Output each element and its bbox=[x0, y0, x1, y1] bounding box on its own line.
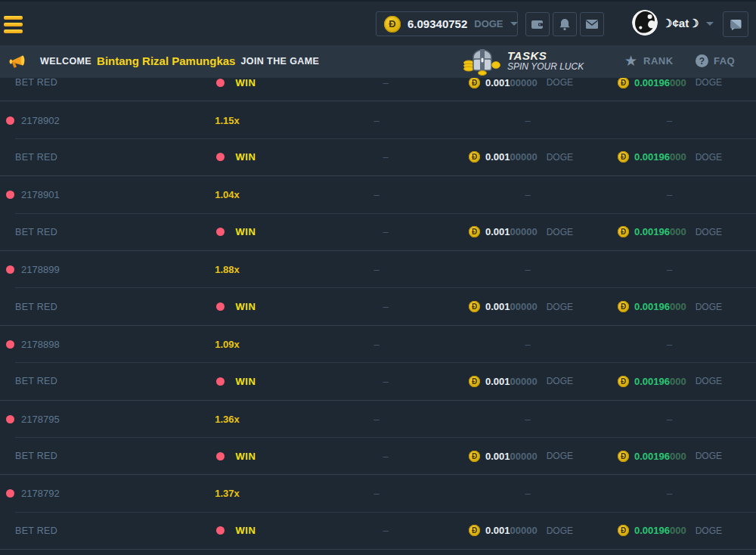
welcome-banner: WELCOME Bintang Rizal Pamungkas JOIN THE… bbox=[0, 44, 756, 78]
profit-amount: 0.00196000 bbox=[634, 301, 686, 312]
table-row-round[interactable]: 2178901 1.04x – – – bbox=[0, 176, 756, 213]
multiplier: 1.09x bbox=[215, 339, 240, 350]
table-row-round[interactable]: 2178795 1.36x – – – bbox=[0, 401, 756, 438]
currency-label: DOGE bbox=[696, 152, 722, 163]
bell-icon bbox=[558, 18, 572, 31]
empty-value: – bbox=[667, 264, 672, 275]
empty-value: – bbox=[373, 339, 379, 350]
red-dot-icon bbox=[6, 415, 14, 423]
bet-amount: 0.00100000 bbox=[485, 77, 538, 88]
chevron-down-icon bbox=[510, 22, 518, 26]
empty-value: – bbox=[383, 77, 388, 88]
empty-value: – bbox=[525, 115, 530, 126]
empty-value: – bbox=[383, 376, 388, 387]
doge-coin-icon: Đ bbox=[618, 151, 629, 163]
currency-label: DOGE bbox=[547, 152, 573, 163]
red-dot-icon bbox=[216, 526, 225, 535]
balance-selector[interactable]: Đ 6.09340752 DOGE bbox=[376, 11, 518, 36]
result-badge: WIN bbox=[235, 525, 256, 536]
empty-value: – bbox=[383, 151, 388, 163]
bet-label: BET RED bbox=[15, 227, 57, 237]
wallet-icon bbox=[531, 18, 544, 30]
multiplier: 1.15x bbox=[215, 115, 240, 126]
red-dot-icon bbox=[216, 377, 225, 386]
red-dot-icon bbox=[216, 452, 225, 460]
profit-amount: 0.00196000 bbox=[634, 77, 686, 88]
welcome-prefix: WELCOME bbox=[40, 56, 91, 67]
empty-value: – bbox=[373, 414, 379, 425]
bet-label: BET RED bbox=[15, 526, 57, 536]
result-badge: WIN bbox=[235, 376, 256, 387]
multiplier: 1.37x bbox=[215, 488, 240, 499]
profit-amount: 0.00196000 bbox=[634, 376, 686, 387]
tasks-title: TASKS bbox=[507, 49, 584, 62]
chat-toggle-button[interactable] bbox=[723, 11, 748, 37]
star-icon: ★ bbox=[624, 54, 637, 68]
doge-coin-icon: Đ bbox=[469, 301, 480, 312]
empty-value: – bbox=[373, 115, 379, 126]
empty-value: – bbox=[373, 488, 379, 499]
faq-link[interactable]: ? FAQ bbox=[696, 44, 735, 78]
currency-label: DOGE bbox=[696, 451, 722, 461]
red-dot-icon bbox=[216, 79, 225, 87]
notifications-button[interactable] bbox=[553, 12, 577, 36]
doge-coin-icon: Đ bbox=[469, 525, 480, 536]
user-menu[interactable]: ☽¢at☽ bbox=[662, 2, 714, 45]
table-row-round[interactable]: 2178792 1.37x – – – bbox=[0, 475, 756, 512]
red-dot-icon bbox=[6, 265, 14, 274]
rank-link[interactable]: ★ RANK bbox=[624, 44, 674, 78]
round-id: 2178899 bbox=[21, 264, 60, 275]
bet-amount: 0.00100000 bbox=[485, 525, 538, 536]
wallet-button[interactable] bbox=[525, 12, 550, 36]
empty-value: – bbox=[373, 189, 379, 200]
avatar[interactable] bbox=[632, 10, 658, 36]
empty-value: – bbox=[525, 414, 530, 425]
empty-value: – bbox=[525, 339, 530, 350]
table-row-bet: BET RED WIN – Đ 0.00100000 DOGE Đ 0.0019… bbox=[0, 288, 756, 325]
table-row-round[interactable]: 2178899 1.88x – – – bbox=[0, 251, 756, 288]
doge-coin-icon: Đ bbox=[469, 77, 480, 88]
doge-coin-icon: Đ bbox=[469, 226, 480, 237]
bet-amount: 0.00100000 bbox=[485, 226, 538, 237]
bet-amount: 0.00100000 bbox=[485, 451, 538, 462]
messages-button[interactable] bbox=[580, 12, 604, 36]
red-dot-icon bbox=[216, 302, 225, 311]
currency-label: DOGE bbox=[547, 376, 573, 386]
round-id: 2178901 bbox=[21, 189, 60, 200]
profit-amount: 0.00196000 bbox=[634, 525, 686, 536]
multiplier: 1.36x bbox=[215, 414, 240, 425]
doge-coin-icon: Đ bbox=[618, 451, 629, 462]
empty-value: – bbox=[383, 451, 388, 462]
table-row-round[interactable]: 2178898 1.09x – – – bbox=[0, 326, 756, 363]
empty-value: – bbox=[667, 414, 672, 425]
doge-coin-icon: Đ bbox=[618, 226, 629, 237]
table-row-bet: BET RED WIN – Đ 0.00100000 DOGE Đ 0.0019… bbox=[0, 513, 756, 550]
currency-label: DOGE bbox=[547, 227, 573, 237]
empty-value: – bbox=[383, 301, 388, 312]
red-dot-icon bbox=[6, 340, 14, 349]
welcome-message: WELCOME Bintang Rizal Pamungkas JOIN THE… bbox=[40, 44, 319, 78]
empty-value: – bbox=[667, 189, 672, 200]
result-badge: WIN bbox=[235, 226, 256, 237]
hamburger-menu-icon[interactable] bbox=[4, 16, 23, 36]
tasks-link[interactable]: TASKS SPIN YOUR LUCK bbox=[463, 44, 584, 78]
result-badge: WIN bbox=[235, 301, 256, 312]
bet-label: BET RED bbox=[15, 152, 57, 163]
red-dot-icon bbox=[216, 228, 225, 236]
table-row-bet: BET RED WIN – Đ 0.00100000 DOGE Đ 0.0019… bbox=[0, 363, 756, 400]
round-id: 2178902 bbox=[21, 115, 60, 126]
mail-icon bbox=[585, 19, 599, 29]
bets-table: BET RED WIN – Đ 0.00100000 DOGE Đ 0.0019… bbox=[0, 64, 756, 550]
empty-value: – bbox=[383, 226, 388, 237]
chat-icon bbox=[730, 18, 742, 31]
empty-value: – bbox=[383, 525, 388, 536]
result-badge: WIN bbox=[235, 77, 256, 88]
balance-value: 6.09340752 bbox=[407, 17, 467, 30]
empty-value: – bbox=[667, 339, 672, 350]
doge-coin-icon: Đ bbox=[618, 525, 629, 536]
round-id: 2178792 bbox=[21, 488, 60, 499]
table-row-bet: BET RED WIN – Đ 0.00100000 DOGE Đ 0.0019… bbox=[0, 139, 756, 176]
doge-coin-icon: Đ bbox=[618, 77, 629, 88]
table-row-round[interactable]: 2178902 1.15x – – – bbox=[0, 101, 756, 138]
empty-value: – bbox=[667, 115, 672, 126]
